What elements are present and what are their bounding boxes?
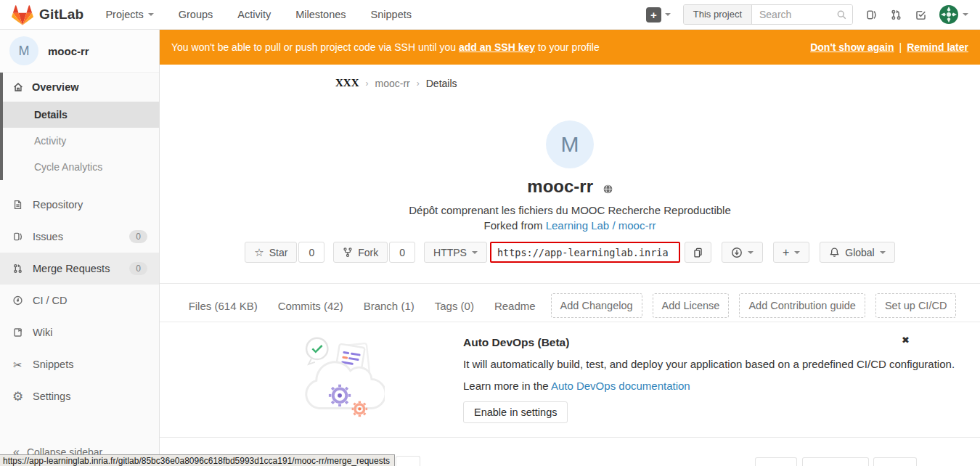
nav-snippets[interactable]: Snippets xyxy=(371,9,412,20)
gear-icon: ⚙ xyxy=(12,391,24,403)
fork-count[interactable]: 0 xyxy=(389,242,415,263)
nav-activity[interactable]: Activity xyxy=(237,9,271,20)
merge-requests-icon xyxy=(12,263,24,274)
chevron-down-icon xyxy=(963,13,968,16)
chevron-down-icon xyxy=(748,251,754,254)
avatar xyxy=(939,5,958,24)
divider xyxy=(160,283,980,284)
star-count[interactable]: 0 xyxy=(298,242,324,263)
sidebar-item-activity[interactable]: Activity xyxy=(3,128,159,154)
breadcrumb-project[interactable]: mooc-rr xyxy=(375,78,410,89)
bell-icon xyxy=(829,247,840,258)
sidebar-item-overview[interactable]: Overview xyxy=(3,73,159,102)
chevron-down-icon xyxy=(148,13,154,16)
devops-body: It will automatically build, test, and d… xyxy=(463,358,955,370)
issues-icon xyxy=(12,231,24,242)
project-avatar: M xyxy=(9,36,38,65)
setup-cicd-button[interactable]: Set up CI/CD xyxy=(875,293,956,318)
sidebar-item-issues[interactable]: Issues 0 xyxy=(0,221,159,253)
public-globe-icon xyxy=(603,178,613,198)
forked-from-line: Forked from Learning Lab / mooc-rr xyxy=(160,219,980,232)
sidebar-item-ci-cd[interactable]: CI / CD xyxy=(0,285,159,316)
search-bar: This project xyxy=(683,4,853,25)
devops-docs-link[interactable]: Auto DevOps documentation xyxy=(551,380,690,392)
plus-icon: + xyxy=(646,7,661,23)
forked-from-link[interactable]: Learning Lab / mooc-rr xyxy=(546,219,656,232)
protocol-dropdown[interactable]: HTTPS xyxy=(424,242,487,263)
sidebar-item-repository[interactable]: Repository xyxy=(0,189,159,221)
todos-icon[interactable] xyxy=(915,9,927,21)
sidebar-project-header[interactable]: M mooc-rr xyxy=(0,30,159,73)
tab-commits[interactable]: Commits (42) xyxy=(278,300,343,312)
sidebar-item-snippets[interactable]: ✂ Snippets xyxy=(0,348,159,380)
sidebar-item-details[interactable]: Details xyxy=(3,102,159,128)
copy-url-button[interactable] xyxy=(685,242,711,263)
tab-files[interactable]: Files (614 KB) xyxy=(189,300,258,312)
nav-projects[interactable]: Projects xyxy=(105,9,153,20)
tab-readme[interactable]: Readme xyxy=(494,300,536,312)
breadcrumb-separator: › xyxy=(417,78,420,89)
search-scope-label: This project xyxy=(684,5,752,24)
clipboard-icon xyxy=(693,247,703,258)
nav-milestones[interactable]: Milestones xyxy=(295,9,346,20)
chevron-down-icon xyxy=(794,251,800,254)
partial-button[interactable] xyxy=(873,457,917,466)
divider xyxy=(160,322,980,322)
star-button[interactable]: ☆ Star xyxy=(245,242,297,263)
project-description: Dépôt comprenant les fichiers du MOOC Re… xyxy=(160,204,980,216)
partial-button[interactable] xyxy=(396,456,420,466)
tab-tags[interactable]: Tags (0) xyxy=(435,300,474,312)
remind-later-link[interactable]: Remind later xyxy=(907,41,968,53)
notification-setting-button[interactable]: Global xyxy=(820,242,894,263)
ssh-warning-banner: You won't be able to pull or push projec… xyxy=(160,30,980,65)
partial-button[interactable] xyxy=(755,457,797,466)
browser-status-bar: https://app-learninglab.inria.fr/gitlab/… xyxy=(0,454,395,466)
sidebar-item-cycle-analytics[interactable]: Cycle Analytics xyxy=(3,154,159,180)
document-icon xyxy=(12,199,24,210)
plus-icon: + xyxy=(783,246,789,259)
devops-title: Auto DevOps (Beta) xyxy=(463,336,569,349)
merge-requests-icon[interactable] xyxy=(890,9,902,21)
add-license-button[interactable]: Add License xyxy=(653,293,730,318)
project-sidebar: M mooc-rr Overview Details Activity Cycl… xyxy=(0,30,160,466)
close-icon[interactable]: ✖ xyxy=(902,335,910,346)
nav-groups[interactable]: Groups xyxy=(179,9,213,20)
tab-branches[interactable]: Branch (1) xyxy=(364,300,415,312)
issues-icon[interactable] xyxy=(865,9,878,21)
sidebar-item-merge-requests[interactable]: Merge Requests 0 xyxy=(0,253,159,285)
project-title-row: mooc-rr xyxy=(160,176,980,198)
add-changelog-button[interactable]: Add Changelog xyxy=(551,293,642,318)
gitlab-logo[interactable]: GitLab xyxy=(12,4,83,25)
fork-icon xyxy=(343,247,353,258)
tanuki-icon xyxy=(12,4,33,25)
divider xyxy=(160,437,980,438)
sidebar-section-overview: Overview Details Activity Cycle Analytic… xyxy=(0,73,159,180)
auto-devops-callout: Auto DevOps (Beta) It will automatically… xyxy=(160,330,980,437)
enable-in-settings-button[interactable]: Enable in settings xyxy=(463,401,568,423)
breadcrumb-page: Details xyxy=(426,78,457,89)
partial-button[interactable] xyxy=(802,457,869,466)
banner-text: You won't be able to pull or push projec… xyxy=(171,41,456,53)
search-icon xyxy=(836,9,847,20)
sidebar-item-settings[interactable]: ⚙ Settings xyxy=(0,380,159,412)
breadcrumb-group[interactable]: XXX xyxy=(335,77,359,89)
sidebar-item-wiki[interactable]: Wiki xyxy=(0,316,159,348)
dont-show-again-link[interactable]: Don't show again xyxy=(810,41,894,53)
book-icon xyxy=(12,327,24,338)
add-contribution-guide-button[interactable]: Add Contribution guide xyxy=(739,293,865,318)
banner-text-after: to your profile xyxy=(538,41,600,53)
new-menu-button[interactable]: + xyxy=(646,7,671,23)
top-navbar: GitLab Projects Groups Activity Mileston… xyxy=(0,0,980,30)
home-icon xyxy=(12,81,24,93)
devops-illustration xyxy=(296,330,385,424)
clone-url-input[interactable] xyxy=(490,242,680,263)
add-ssh-key-link[interactable]: add an SSH key xyxy=(459,41,535,53)
download-dropdown[interactable] xyxy=(722,242,763,263)
scissors-icon: ✂ xyxy=(12,359,24,370)
chevron-down-icon xyxy=(472,251,478,254)
banner-separator: | xyxy=(899,41,902,53)
new-item-dropdown[interactable]: + xyxy=(773,242,809,263)
user-menu[interactable] xyxy=(939,5,968,24)
fork-button[interactable]: Fork xyxy=(333,242,388,263)
project-avatar-large: M xyxy=(546,120,594,168)
